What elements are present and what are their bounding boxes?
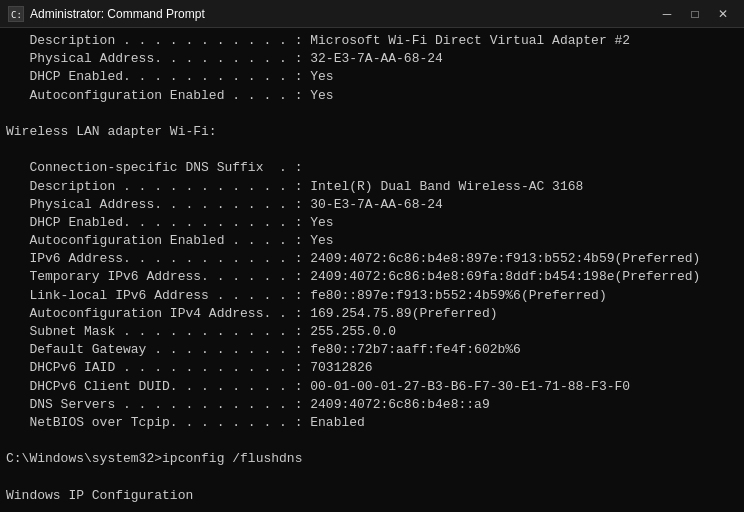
console-line: Physical Address. . . . . . . . . : 30-E… <box>6 197 443 212</box>
console-line: Autoconfiguration Enabled . . . . : Yes <box>6 88 334 103</box>
maximize-button[interactable]: □ <box>682 4 708 24</box>
console-line: Link-local IPv6 Address . . . . . : fe80… <box>6 288 607 303</box>
console-line: Autoconfiguration IPv4 Address. . : 169.… <box>6 306 497 321</box>
console-line: DHCP Enabled. . . . . . . . . . . : Yes <box>6 69 334 84</box>
console-line: IPv6 Address. . . . . . . . . . . : 2409… <box>6 251 700 266</box>
console-line: Physical Address. . . . . . . . . : 32-E… <box>6 51 443 66</box>
title-bar: C: Administrator: Command Prompt ─ □ ✕ <box>0 0 744 28</box>
console-line: Subnet Mask . . . . . . . . . . . : 255.… <box>6 324 396 339</box>
console-line: DHCP Enabled. . . . . . . . . . . : Yes <box>6 215 334 230</box>
console-line: Default Gateway . . . . . . . . . : fe80… <box>6 342 521 357</box>
title-bar-left: C: Administrator: Command Prompt <box>8 6 205 22</box>
console-line: Temporary IPv6 Address. . . . . . : 2409… <box>6 269 700 284</box>
console-output: Description . . . . . . . . . . . : Micr… <box>0 28 744 512</box>
console-line: C:\Windows\system32>ipconfig /flushdns <box>6 451 302 466</box>
close-button[interactable]: ✕ <box>710 4 736 24</box>
console-line: DHCPv6 Client DUID. . . . . . . . : 00-0… <box>6 379 630 394</box>
console-line: NetBIOS over Tcpip. . . . . . . . : Enab… <box>6 415 365 430</box>
console-line: Description . . . . . . . . . . . : Micr… <box>6 33 630 48</box>
console-line: DNS Servers . . . . . . . . . . . : 2409… <box>6 397 490 412</box>
console-line: DHCPv6 IAID . . . . . . . . . . . : 7031… <box>6 360 373 375</box>
cmd-icon: C: <box>8 6 24 22</box>
console-line: Description . . . . . . . . . . . : Inte… <box>6 179 583 194</box>
title-bar-controls: ─ □ ✕ <box>654 4 736 24</box>
console-line: Wireless LAN adapter Wi-Fi: <box>6 124 217 139</box>
console-line: Windows IP Configuration <box>6 488 193 503</box>
console-line: Autoconfiguration Enabled . . . . : Yes <box>6 233 334 248</box>
window-title: Administrator: Command Prompt <box>30 7 205 21</box>
minimize-button[interactable]: ─ <box>654 4 680 24</box>
console-line: Connection-specific DNS Suffix . : <box>6 160 302 175</box>
svg-text:C:: C: <box>11 10 22 20</box>
